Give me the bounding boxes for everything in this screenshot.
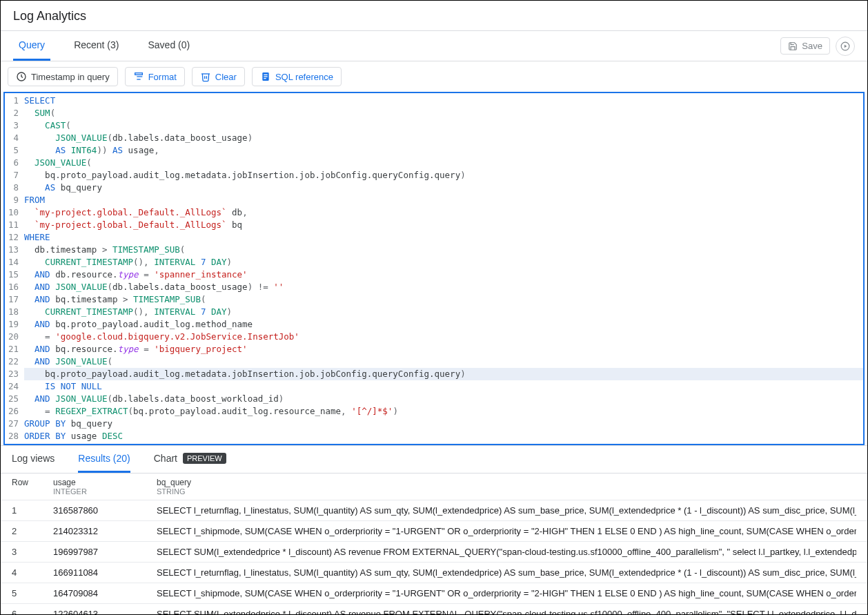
col-row: Row <box>12 478 53 487</box>
sql-ref-label: SQL reference <box>275 72 333 82</box>
tab-recent[interactable]: Recent (3) <box>68 31 124 61</box>
cell-bq-query: SELECT SUM(l_extendedprice * l_discount)… <box>157 547 856 557</box>
chart-label: Chart <box>154 453 177 464</box>
col-bq-query-type: STRING <box>157 487 856 496</box>
cell-usage: 122604613 <box>53 609 157 614</box>
header: Log Analytics <box>1 1 867 31</box>
cell-usage: 196997987 <box>53 547 157 557</box>
row-number: 6 <box>12 609 53 614</box>
tab-log-views[interactable]: Log views <box>12 453 55 473</box>
format-icon <box>133 71 144 82</box>
tab-results[interactable]: Results (20) <box>78 453 130 473</box>
col-usage-type: INTEGER <box>53 487 157 496</box>
svg-rect-3 <box>135 73 142 75</box>
page-title: Log Analytics <box>13 9 855 23</box>
row-number: 1 <box>12 505 53 516</box>
format-label: Format <box>148 72 177 82</box>
editor-toolbar: Timestamp in query Format Clear SQL refe… <box>1 61 867 92</box>
save-button[interactable]: Save <box>780 37 830 55</box>
table-row[interactable]: 4 166911084 SELECT l_returnflag, l_lines… <box>1 563 867 583</box>
row-number: 2 <box>12 526 53 536</box>
results-table: Row usage INTEGER bq_query STRING 1 3165… <box>1 473 867 614</box>
table-row[interactable]: 1 316587860 SELECT l_returnflag, l_lines… <box>1 500 867 521</box>
cell-usage: 316587860 <box>53 505 157 516</box>
run-icon <box>840 41 850 51</box>
col-usage: usage <box>53 478 157 487</box>
svg-marker-1 <box>845 44 847 48</box>
save-icon <box>788 41 798 51</box>
run-button[interactable] <box>836 37 855 56</box>
tab-saved[interactable]: Saved (0) <box>142 31 195 61</box>
clear-button[interactable]: Clear <box>192 67 245 86</box>
row-number: 5 <box>12 588 53 598</box>
sql-reference-button[interactable]: SQL reference <box>252 67 342 86</box>
row-number: 3 <box>12 547 53 557</box>
doc-icon <box>260 71 271 82</box>
row-number: 4 <box>12 567 53 578</box>
timestamp-button[interactable]: Timestamp in query <box>8 67 118 86</box>
table-row[interactable]: 3 196997987 SELECT SUM(l_extendedprice *… <box>1 542 867 563</box>
trash-icon <box>200 71 211 82</box>
cell-usage: 214023312 <box>53 526 157 536</box>
cell-bq-query: SELECT l_shipmode, SUM(CASE WHEN o_order… <box>157 526 856 536</box>
cell-bq-query: SELECT l_returnflag, l_linestatus, SUM(l… <box>157 505 856 516</box>
table-header: Row usage INTEGER bq_query STRING <box>1 474 867 500</box>
tab-chart[interactable]: Chart PREVIEW <box>154 453 226 473</box>
cell-bq-query: SELECT l_returnflag, l_linestatus, SUM(l… <box>157 567 856 578</box>
table-row[interactable]: 2 214023312 SELECT l_shipmode, SUM(CASE … <box>1 521 867 542</box>
save-label: Save <box>802 41 822 51</box>
cell-usage: 164709084 <box>53 588 157 598</box>
results-tabs: Log views Results (20) Chart PREVIEW <box>1 445 867 473</box>
tab-query[interactable]: Query <box>13 31 50 61</box>
cell-usage: 166911084 <box>53 567 157 578</box>
clock-icon <box>16 71 27 82</box>
table-row[interactable]: 5 164709084 SELECT l_shipmode, SUM(CASE … <box>1 583 867 604</box>
table-row[interactable]: 6 122604613 SELECT SUM(l_extendedprice *… <box>1 604 867 614</box>
clear-label: Clear <box>215 72 237 82</box>
format-button[interactable]: Format <box>125 67 185 86</box>
cell-bq-query: SELECT l_shipmode, SUM(CASE WHEN o_order… <box>157 588 856 598</box>
preview-badge: PREVIEW <box>183 453 226 464</box>
main-tabs: Query Recent (3) Saved (0) Save <box>1 31 867 61</box>
timestamp-label: Timestamp in query <box>31 72 110 82</box>
col-bq-query: bq_query <box>157 478 856 487</box>
sql-editor[interactable]: 1SELECT 2 SUM( 3 CAST( 4 JSON_VALUE(db.l… <box>3 92 865 445</box>
cell-bq-query: SELECT SUM(l_extendedprice * l_discount)… <box>157 609 856 614</box>
